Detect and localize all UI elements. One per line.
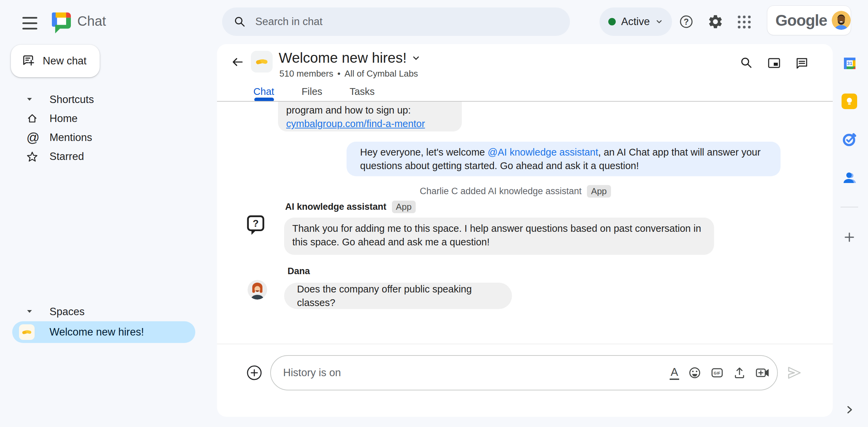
tasks-icon[interactable] (842, 132, 857, 147)
message-link[interactable]: cymbalgroup.com/find-a-mentor (286, 118, 425, 129)
send-icon[interactable] (787, 365, 802, 380)
chat-panel: Welcome new hires! 510 members • All of … (217, 44, 833, 417)
chevron-down-icon (655, 18, 663, 26)
mentions-icon: @ (26, 132, 38, 143)
chat-logo (51, 12, 72, 35)
sidebar-item-starred[interactable]: Starred (20, 147, 183, 166)
settings-gear-icon[interactable] (707, 14, 724, 30)
sidebar-item-space-welcome-new-hires[interactable]: Welcome new hires! (12, 321, 195, 343)
chevron-right-icon[interactable] (844, 405, 854, 415)
page-title: Welcome new hires! (279, 50, 407, 66)
plus-circle-icon[interactable] (246, 365, 262, 381)
google-logo: Google (775, 11, 827, 29)
gif-icon[interactable]: GIF (710, 366, 724, 380)
video-icon[interactable] (755, 365, 770, 380)
starred-icon (26, 151, 38, 162)
system-event-text: Charlie C added AI knowledge assistant (420, 186, 581, 197)
app-badge: App (392, 201, 416, 213)
google-chat-app: Chat Active ? (0, 0, 868, 427)
divider (841, 207, 858, 207)
new-chat-button[interactable]: New chat (11, 45, 100, 77)
calendar-icon[interactable]: 31 (841, 56, 857, 72)
composer-toolbar: A GIF (670, 365, 770, 380)
message-bubble-announcement: Hey everyone, let's welcome @AI knowledg… (347, 142, 781, 176)
search-in-space-icon[interactable] (740, 56, 753, 69)
search-input[interactable] (255, 15, 527, 28)
spaces-collapse-icon[interactable] (26, 309, 33, 314)
space-title-menu[interactable]: Welcome new hires! (279, 49, 421, 67)
status-dot (608, 18, 616, 25)
app-name: Chat (77, 14, 106, 29)
sender-row: AI knowledge assistant App (285, 200, 416, 214)
handshake-icon (255, 55, 268, 68)
hamburger-bar (22, 17, 37, 19)
status-selector[interactable]: Active (599, 7, 672, 36)
spaces-header[interactable]: Spaces (50, 306, 84, 318)
upload-icon[interactable] (733, 366, 746, 380)
svg-text:?: ? (684, 17, 689, 26)
add-app-plus-icon[interactable] (843, 231, 855, 243)
shortcuts-collapse-icon[interactable] (26, 97, 33, 102)
org-name: All of Cymbal Labs (344, 68, 418, 79)
sidebar-item-mentions[interactable]: @ Mentions (20, 128, 183, 147)
message-text: Does the company offer public speaking c… (297, 282, 512, 309)
pip-icon[interactable] (768, 58, 781, 68)
message-bubble-bot: Thank you for adding me to this space. I… (284, 218, 714, 255)
new-chat-label: New chat (43, 55, 86, 67)
message-bubble-clipped: program and how to sign up: cymbalgroup.… (278, 102, 462, 131)
dot-separator: • (337, 68, 340, 79)
mention-link[interactable]: @AI knowledge assistant (488, 147, 598, 158)
contacts-icon[interactable] (842, 170, 857, 185)
bot-avatar[interactable]: ? (246, 215, 265, 236)
hamburger-menu-icon[interactable] (22, 17, 37, 29)
search-icon (234, 16, 246, 28)
chevron-down-icon (411, 53, 421, 63)
new-chat-icon (22, 54, 35, 68)
sender-row: Dana (288, 264, 310, 278)
format-icon[interactable]: A (670, 366, 679, 380)
hamburger-bar (22, 22, 37, 24)
help-icon[interactable]: ? (678, 14, 694, 30)
keep-icon[interactable] (842, 94, 857, 109)
sender-name: Dana (288, 266, 310, 277)
sidebar-item-home[interactable]: Home (20, 109, 183, 128)
tab-files[interactable]: Files (301, 86, 322, 97)
divider (217, 344, 833, 344)
shortcuts-header[interactable]: Shortcuts (50, 94, 94, 106)
message-text: Thank you for adding me to this space. I… (292, 223, 701, 247)
message-text: Hey everyone, let's welcome (360, 147, 488, 158)
sidebar-item-label: Home (50, 113, 78, 125)
back-arrow-icon[interactable] (231, 55, 244, 69)
hamburger-bar (22, 28, 37, 29)
question-bubble-icon: ? (246, 215, 265, 236)
emoji-icon[interactable] (688, 366, 702, 380)
message-bubble-user: Does the company offer public speaking c… (284, 283, 512, 309)
tab-tasks[interactable]: Tasks (350, 86, 375, 97)
tab-chat[interactable]: Chat (253, 86, 274, 97)
sidebar-item-label: Mentions (50, 131, 92, 144)
apps-grid-icon[interactable] (738, 16, 751, 28)
thread-icon[interactable] (795, 57, 808, 70)
member-count: 510 members (279, 68, 333, 79)
space-item-label: Welcome new hires! (50, 326, 144, 338)
status-label: Active (621, 16, 650, 28)
search-bar[interactable] (222, 7, 570, 36)
space-subtitle: 510 members • All of Cymbal Labs (279, 68, 418, 79)
space-header-avatar (251, 51, 273, 73)
sender-name: AI knowledge assistant (285, 202, 387, 212)
svg-text:?: ? (253, 218, 259, 229)
message-text: program and how to sign up: (286, 103, 454, 117)
handshake-icon (22, 327, 32, 337)
svg-text:31: 31 (847, 61, 852, 66)
home-icon (26, 113, 38, 124)
user-avatar[interactable] (248, 280, 267, 300)
avatar[interactable] (832, 11, 851, 30)
system-event: Charlie C added AI knowledge assistant A… (420, 184, 611, 199)
app-badge: App (587, 185, 611, 198)
account-switcher[interactable]: Google (767, 5, 851, 35)
svg-text:GIF: GIF (714, 371, 721, 375)
message-input[interactable] (282, 366, 650, 379)
space-avatar (19, 324, 35, 340)
sidebar-item-label: Starred (50, 150, 84, 163)
